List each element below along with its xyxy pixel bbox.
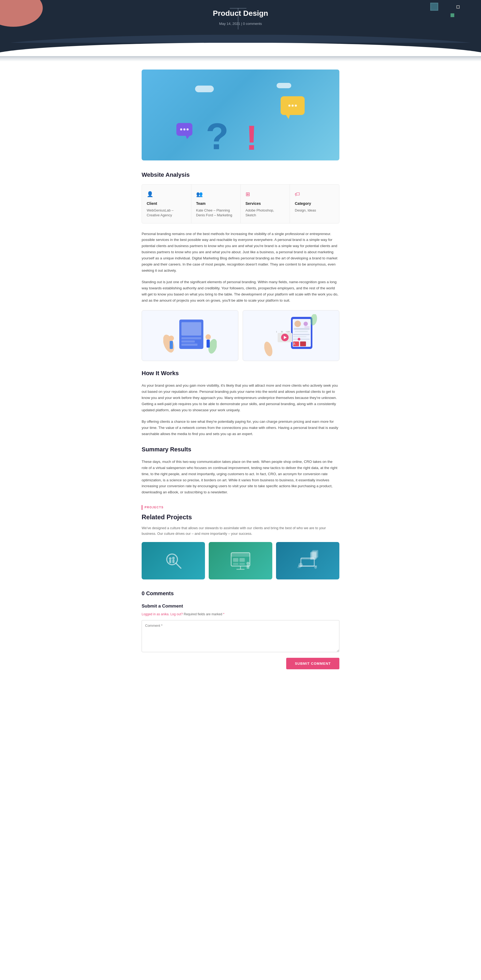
right-svg-illustration: A 1 30 +100: [264, 314, 318, 357]
illustration-left-inner: [142, 310, 238, 361]
info-card-client: 👤 Client WebGeniusLab – Creative Agency: [142, 185, 191, 223]
svg-rect-45: [233, 563, 238, 565]
logged-in-link[interactable]: Logged in as anika.: [141, 612, 170, 616]
project-3-icon: [297, 550, 318, 571]
project-card-2[interactable]: [209, 542, 272, 579]
comment-textarea[interactable]: [141, 620, 340, 652]
svg-rect-4: [181, 344, 197, 346]
svg-point-7: [168, 336, 174, 341]
body-paragraph-2: Standing out is just one of the signific…: [141, 279, 340, 304]
left-svg-illustration: [163, 314, 217, 357]
svg-rect-36: [169, 560, 171, 563]
services-icon: ⊞: [246, 190, 285, 199]
team-icon: 👥: [196, 190, 236, 199]
summary-section: Summary Results These days, much of this…: [141, 445, 340, 496]
gray-separator: [0, 56, 481, 62]
svg-rect-15: [295, 331, 308, 332]
info-card-category: 🏷 Category Design, Ideas: [290, 185, 339, 223]
svg-rect-17: [293, 336, 306, 337]
svg-text:30: 30: [281, 331, 283, 332]
svg-point-35: [169, 557, 171, 560]
svg-rect-38: [172, 559, 175, 563]
bubble-dot-1: [288, 105, 291, 107]
svg-rect-48: [247, 565, 249, 569]
related-projects-desc: We've designed a culture that allows our…: [141, 525, 340, 537]
info-cards: 👤 Client WebGeniusLab – Creative Agency …: [141, 184, 340, 224]
svg-rect-2: [181, 337, 201, 339]
svg-rect-46: [240, 563, 245, 565]
related-projects-title: Related Projects: [141, 512, 340, 522]
svg-rect-21: [300, 342, 306, 346]
bubble-dots-purple: [176, 123, 192, 136]
category-value: Design, Ideas: [295, 208, 334, 213]
category-icon: 🏷: [295, 190, 334, 199]
required-star: *: [223, 612, 224, 616]
team-value: Kate Chee – Planning Denis Ford – Market…: [196, 208, 236, 218]
svg-point-47: [246, 562, 249, 565]
svg-text:1: 1: [276, 331, 277, 332]
project-card-2-overlay: [209, 542, 272, 579]
svg-rect-54: [313, 550, 318, 557]
summary-paragraph: These days, much of this two-way communi…: [141, 459, 340, 496]
svg-rect-32: [304, 326, 310, 328]
svg-point-31: [303, 322, 308, 326]
bubble-dot-3: [295, 105, 297, 107]
svg-point-13: [294, 321, 301, 327]
how-it-works-section: How It Works As your brand grows and you…: [141, 369, 340, 437]
svg-rect-8: [170, 341, 173, 349]
page-meta: May 14, 2021 | 0 comments: [5, 21, 476, 27]
bubble-dot-5: [183, 128, 186, 130]
comments-section: 0 Comments Submit a Comment Logged in as…: [141, 589, 340, 669]
submit-row: SUBMIT COMMENT: [141, 658, 340, 669]
svg-text:A: A: [293, 342, 295, 346]
submit-comment-title: Submit a Comment: [141, 603, 340, 610]
svg-rect-56: [300, 566, 302, 566]
project-card-3[interactable]: [276, 542, 340, 579]
svg-rect-43: [233, 558, 238, 562]
svg-rect-18: [293, 339, 310, 340]
svg-rect-40: [231, 553, 250, 557]
summary-title: Summary Results: [141, 445, 340, 454]
svg-rect-44: [240, 558, 245, 562]
speech-bubble-yellow: [281, 96, 305, 115]
svg-point-25: [264, 340, 274, 357]
svg-rect-16: [293, 334, 310, 335]
info-card-services: ⊞ Services Adobe Photoshop, Sketch: [241, 185, 290, 223]
category-label: Category: [295, 200, 334, 207]
svg-point-19: [298, 338, 300, 340]
body-paragraph-1: Personal branding remains one of the bes…: [141, 231, 340, 274]
project-2-icon: [230, 550, 251, 571]
how-it-works-title: How It Works: [141, 369, 340, 378]
hero-image-inner: ? !: [141, 70, 340, 161]
exclamation-decor: !: [246, 120, 257, 155]
project-card-1-overlay: [141, 542, 205, 579]
svg-rect-3: [181, 340, 195, 342]
project-card-3-overlay: [276, 542, 340, 579]
comments-count: 0 Comments: [141, 589, 340, 598]
page-header: Product Design May 14, 2021 | 0 comments: [0, 0, 481, 43]
how-paragraph-1: As your brand grows and you gain more vi…: [141, 383, 340, 414]
logout-link[interactable]: Log out?: [170, 612, 183, 616]
project-cards: [141, 542, 340, 579]
services-label: Services: [246, 200, 285, 207]
project-1-icon: [163, 550, 184, 571]
svg-point-9: [205, 334, 211, 340]
info-card-team: 👥 Team Kate Chee – Planning Denis Ford –…: [191, 185, 241, 223]
submit-comment-button[interactable]: SUBMIT COMMENT: [286, 658, 340, 669]
svg-point-57: [314, 566, 317, 569]
related-projects-section: PROJECTS Related Projects We've designed…: [141, 505, 340, 579]
svg-line-34: [176, 563, 181, 568]
bubble-dot-6: [187, 128, 189, 130]
login-note: Logged in as anika. Log out? Required fi…: [141, 612, 340, 617]
cloud-decor-2: [276, 83, 291, 88]
illustration-right: A 1 30 +100: [243, 310, 340, 361]
project-card-1[interactable]: [141, 542, 205, 579]
how-paragraph-2: By offering clients a chance to see what…: [141, 419, 340, 437]
bubble-dot-4: [180, 128, 182, 130]
hero-image: ? !: [141, 70, 340, 161]
page-title: Product Design: [5, 8, 476, 19]
client-value: WebGeniusLab – Creative Agency: [147, 208, 186, 218]
client-label: Client: [147, 200, 186, 207]
main-content: ? ! Website Analysis 👤 Client: [136, 62, 345, 680]
client-icon: 👤: [147, 190, 186, 199]
